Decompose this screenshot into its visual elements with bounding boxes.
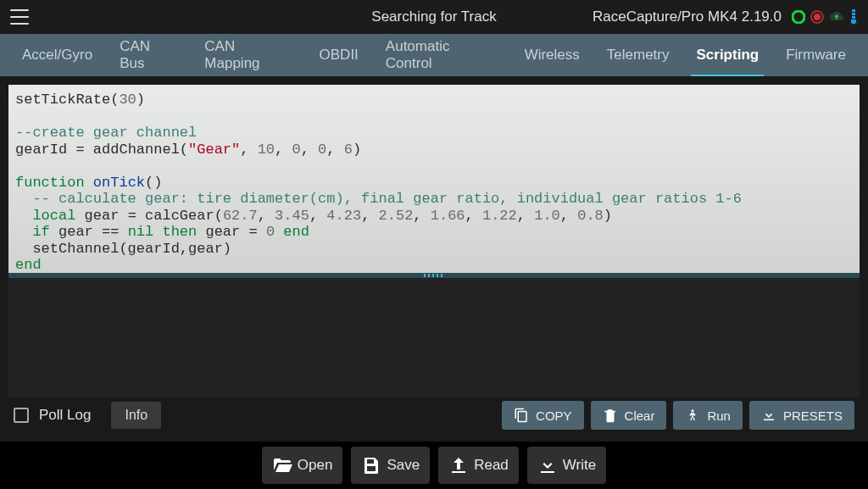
main-body: setTickRate(30) --create gear channelgea… <box>0 76 868 442</box>
open-label: Open <box>298 457 333 474</box>
svg-point-8 <box>692 409 694 412</box>
app-root: Searching for Track RaceCapture/Pro MK4 … <box>0 0 868 489</box>
tab-canmap[interactable]: CAN Mapping <box>191 34 305 76</box>
log-output[interactable] <box>8 278 860 397</box>
clear-label: Clear <box>625 408 655 423</box>
svg-point-0 <box>793 11 804 23</box>
splitter-handle[interactable] <box>8 273 860 278</box>
run-button[interactable]: Run <box>673 401 743 430</box>
tab-scripting[interactable]: Scripting <box>682 34 772 76</box>
write-label: Write <box>563 457 596 474</box>
save-label: Save <box>387 457 420 474</box>
presets-button[interactable]: PRESETS <box>749 401 854 430</box>
header-title: Searching for Track <box>371 8 496 25</box>
save-icon <box>361 455 381 475</box>
read-button[interactable]: Read <box>438 447 519 484</box>
record-status-icon <box>792 10 805 24</box>
svg-rect-3 <box>852 9 855 12</box>
clear-button[interactable]: Clear <box>591 401 667 430</box>
save-button[interactable]: Save <box>351 447 430 484</box>
write-button[interactable]: Write <box>527 447 606 484</box>
info-button[interactable]: Info <box>111 402 161 429</box>
svg-rect-5 <box>852 16 855 19</box>
tab-auto[interactable]: Automatic Control <box>372 34 511 76</box>
download-to-device-icon <box>537 455 558 475</box>
presets-label: PRESETS <box>783 408 843 423</box>
read-label: Read <box>474 457 509 474</box>
status-icons <box>792 9 858 25</box>
tab-canbus[interactable]: CAN Bus <box>106 34 191 76</box>
download-icon <box>761 408 776 423</box>
run-label: Run <box>707 408 731 423</box>
svg-rect-4 <box>852 13 855 15</box>
trash-icon <box>603 408 618 423</box>
svg-marker-7 <box>850 22 857 25</box>
signal-status-icon <box>849 9 858 25</box>
device-label: RaceCapture/Pro MK4 2.19.0 <box>593 8 782 25</box>
header-bar: Searching for Track RaceCapture/Pro MK4 … <box>0 0 868 34</box>
tab-accel[interactable]: Accel/Gyro <box>8 34 106 76</box>
open-button[interactable]: Open <box>262 447 343 484</box>
tab-firmware[interactable]: Firmware <box>772 34 860 76</box>
cloud-status-icon <box>829 11 844 23</box>
menu-icon[interactable] <box>10 9 29 25</box>
script-editor[interactable]: setTickRate(30) --create gear channelgea… <box>8 85 860 273</box>
copy-label: COPY <box>536 408 572 423</box>
poll-log-checkbox[interactable] <box>14 408 29 423</box>
gps-status-icon <box>810 10 824 24</box>
folder-open-icon <box>272 455 292 475</box>
tab-bar: Accel/GyroCAN BusCAN MappingOBDIIAutomat… <box>0 34 868 76</box>
copy-button[interactable]: COPY <box>502 401 584 430</box>
file-actions: Open Save Read Write <box>0 442 868 489</box>
svg-rect-6 <box>851 19 856 22</box>
editor-controls: Poll Log Info COPY Clear Run PRESETS <box>8 397 860 433</box>
tab-obdii[interactable]: OBDII <box>306 34 372 76</box>
svg-point-1 <box>814 14 821 20</box>
upload-icon <box>448 455 469 475</box>
tab-wireless[interactable]: Wireless <box>511 34 593 76</box>
tab-telemetry[interactable]: Telemetry <box>593 34 683 76</box>
copy-icon <box>514 408 529 423</box>
run-icon <box>685 408 700 423</box>
poll-log-label: Poll Log <box>39 407 91 424</box>
